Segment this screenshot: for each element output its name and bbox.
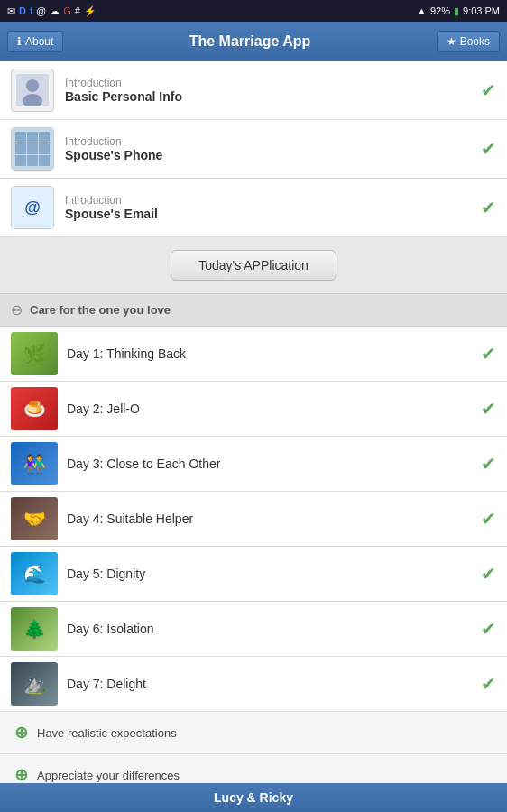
day-items-list: 🌿 Day 1: Thinking Back ✔ 🍮 Day 2: Jell-O… — [0, 327, 507, 712]
intro-item-phone[interactable]: Introduction Spouse's Phone ✔ — [0, 120, 507, 179]
day-label-3: Day 3: Close to Each Other — [67, 457, 472, 471]
section-collapse-icon[interactable]: ⊖ — [11, 301, 23, 318]
day-check-1: ✔ — [481, 343, 496, 364]
time-display: 9:03 PM — [463, 5, 500, 16]
day-item-6[interactable]: 🌲 Day 6: Isolation ✔ — [0, 602, 507, 657]
plus-icon-1: ⊕ — [14, 723, 28, 743]
books-button[interactable]: ★ Books — [437, 31, 500, 52]
care-item-2[interactable]: ⊕ Appreciate your differences — [0, 754, 507, 783]
phone-icon-box-container — [11, 127, 54, 171]
cloud-icon: ☁ — [50, 5, 60, 17]
email-at-icon: @ — [12, 187, 53, 228]
check-icon-1: ✔ — [481, 79, 496, 101]
status-left: ✉ D f @ ☁ G # ⚡ — [7, 5, 97, 17]
battery-text: 92% — [430, 5, 450, 16]
intro-text-phone: Introduction Spouse's Phone — [65, 135, 470, 162]
bottom-bar: Lucy & Ricky — [0, 783, 507, 812]
day-item-4[interactable]: 🤝 Day 4: Suitable Helper ✔ — [0, 492, 507, 547]
day-check-4: ✔ — [481, 508, 496, 530]
intro-text-personal: Introduction Basic Personal Info — [65, 77, 470, 104]
day-label-7: Day 7: Delight — [67, 677, 472, 691]
intro-title-1: Basic Personal Info — [65, 89, 470, 104]
facebook-icon: f — [30, 5, 32, 16]
care-label-2: Appreciate your differences — [37, 769, 180, 782]
d-icon: D — [19, 5, 26, 16]
star-icon: ★ — [447, 35, 456, 48]
day-label-4: Day 4: Suitable Helper — [67, 512, 472, 526]
care-item-1[interactable]: ⊕ Have realistic expectations — [0, 712, 507, 754]
tag-icon: # — [75, 5, 80, 16]
care-label-1: Have realistic expectations — [37, 726, 177, 740]
day-thumb-6: 🌲 — [11, 607, 58, 651]
day-item-3[interactable]: 👫 Day 3: Close to Each Other ✔ — [0, 437, 507, 492]
google-icon: G — [63, 5, 71, 16]
day-check-2: ✔ — [481, 398, 496, 420]
status-right: ▲ 92% ▮ 9:03 PM — [417, 5, 500, 17]
day-item-2[interactable]: 🍮 Day 2: Jell-O ✔ — [0, 382, 507, 437]
day-label-5: Day 5: Dignity — [67, 567, 472, 581]
email-icon-box-container: @ — [11, 186, 54, 229]
day-thumb-5: 🌊 — [11, 552, 58, 595]
today-section: Today's APPlication — [0, 237, 507, 293]
intro-item-email[interactable]: @ Introduction Spouse's Email ✔ — [0, 179, 507, 237]
battery-icon: ▮ — [454, 5, 459, 17]
day-check-6: ✔ — [481, 618, 496, 640]
day-item-1[interactable]: 🌿 Day 1: Thinking Back ✔ — [0, 327, 507, 382]
care-items-list: ⊕ Have realistic expectations ⊕ Apprecia… — [0, 712, 507, 783]
intro-item-personal[interactable]: Introduction Basic Personal Info ✔ — [0, 61, 507, 120]
main-content: Introduction Basic Personal Info ✔ Intro… — [0, 61, 507, 783]
day-item-5[interactable]: 🌊 Day 5: Dignity ✔ — [0, 547, 507, 602]
day-thumb-4: 🤝 — [11, 497, 58, 540]
user-name: Lucy & Ricky — [214, 790, 293, 805]
nav-bar: ℹ About The Marriage App ★ Books — [0, 22, 507, 61]
section-header-care: ⊖ Care for the one you love — [0, 293, 507, 327]
day-thumb-2: 🍮 — [11, 387, 58, 430]
today-application-button[interactable]: Today's APPlication — [171, 250, 336, 281]
status-bar: ✉ D f @ ☁ G # ⚡ ▲ 92% ▮ 9:03 PM — [0, 0, 507, 22]
day-thumb-3: 👫 — [11, 442, 58, 485]
day-thumb-1: 🌿 — [11, 332, 58, 375]
day-check-7: ✔ — [481, 673, 496, 695]
intro-text-email: Introduction Spouse's Email — [65, 194, 470, 221]
at-icon: @ — [36, 5, 46, 16]
day-check-3: ✔ — [481, 453, 496, 475]
intro-label-2: Introduction — [65, 135, 470, 148]
intro-label-1: Introduction — [65, 77, 470, 89]
app-title: The Marriage App — [189, 33, 311, 50]
person-avatar-icon — [16, 74, 49, 106]
day-label-6: Day 6: Isolation — [67, 622, 472, 636]
svg-point-1 — [26, 79, 39, 92]
wifi-icon: ▲ — [417, 5, 427, 16]
check-icon-3: ✔ — [481, 197, 496, 218]
info-icon: ℹ — [17, 35, 22, 48]
section-header-text: Care for the one you love — [30, 303, 171, 317]
intro-title-2: Spouse's Phone — [65, 148, 470, 162]
envelope-icon: ✉ — [7, 5, 15, 17]
person-icon-box — [11, 69, 54, 112]
intro-label-3: Introduction — [65, 194, 470, 207]
phone-grid-icon — [12, 128, 53, 170]
flash-icon: ⚡ — [84, 5, 97, 17]
check-icon-2: ✔ — [481, 138, 496, 160]
plus-icon-2: ⊕ — [14, 765, 28, 783]
intro-title-3: Spouse's Email — [65, 207, 470, 221]
day-item-7[interactable]: ⛰️ Day 7: Delight ✔ — [0, 657, 507, 712]
about-button[interactable]: ℹ About — [7, 31, 63, 52]
day-check-5: ✔ — [481, 563, 496, 585]
day-label-2: Day 2: Jell-O — [67, 401, 472, 416]
day-label-1: Day 1: Thinking Back — [67, 346, 472, 361]
day-thumb-7: ⛰️ — [11, 662, 58, 706]
